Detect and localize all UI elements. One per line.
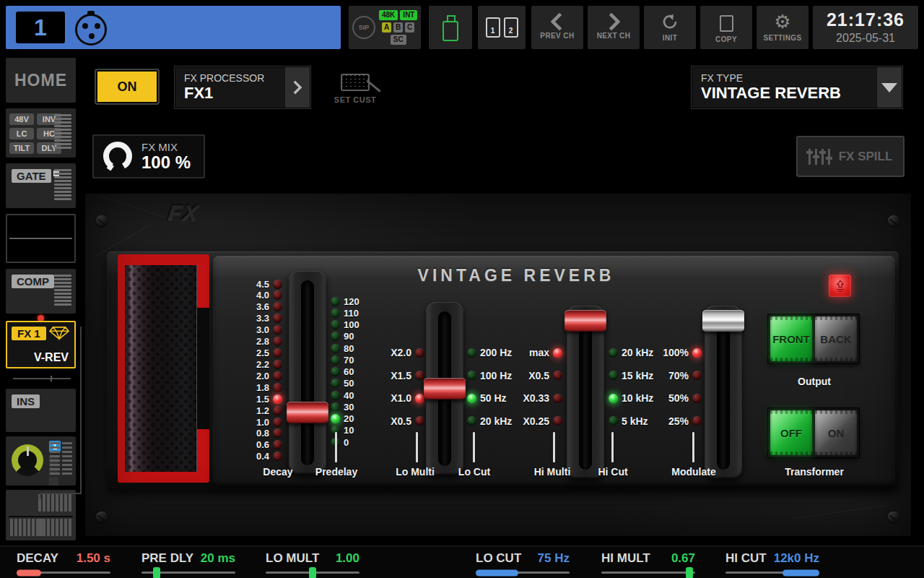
fader-handle[interactable]: [702, 310, 744, 332]
fx-mix-control[interactable]: FX MIX 100 %: [92, 134, 205, 178]
pan-slider[interactable]: [13, 378, 71, 379]
fx-processor-selector[interactable]: FX PROCESSOR FX1: [175, 66, 310, 108]
param-value: 1.50 s: [77, 551, 110, 566]
sidebar-item-home[interactable]: HOME: [6, 58, 76, 103]
fader-handle[interactable]: [565, 310, 606, 332]
set-cust-label: SET CUST: [334, 95, 376, 104]
scale-value: 1.8: [248, 382, 269, 393]
keyboard-edit-icon: [341, 74, 370, 91]
comp-label: COMP: [12, 275, 54, 288]
fx-on-button[interactable]: ON: [96, 70, 158, 103]
param-slider-indicator[interactable]: [17, 569, 41, 576]
top-bar: 1 SIP 48K INT ABC SC 12 PREV CH: [0, 0, 924, 54]
scale-value: 0.8: [248, 428, 269, 439]
scale-row: 5 kHz: [609, 416, 663, 426]
output-button-group: FRONT BACK: [767, 314, 860, 364]
send-knob: [12, 444, 43, 476]
sd-card-icon: 1: [486, 17, 500, 38]
scale-row: X0.25: [520, 416, 562, 426]
usb-status-button[interactable]: [429, 6, 472, 49]
param-slider-indicator[interactable]: [686, 567, 693, 578]
bottom-param-hi-cut: HI CUT12k0 Hz: [725, 551, 819, 576]
modulate-label: Modulate: [671, 466, 715, 478]
sidebar-item-sends[interactable]: 1: [6, 436, 76, 486]
scale-row: max: [520, 348, 562, 358]
settings-button[interactable]: ⚙ SETTINGS: [757, 6, 808, 49]
scene-badge: C: [405, 22, 414, 33]
sidebar-item-gate[interactable]: GATE: [6, 163, 76, 208]
card-slots-button[interactable]: 12: [478, 6, 526, 49]
fader-handle[interactable]: [424, 378, 466, 400]
fader-handle[interactable]: [287, 402, 328, 423]
param-slider[interactable]: [601, 571, 695, 574]
init-button[interactable]: INIT: [644, 6, 696, 49]
sidebar-item-fx1-selected[interactable]: FX 1 V-REV: [6, 321, 76, 368]
lo-fader[interactable]: [426, 302, 463, 475]
param-slider-indicator[interactable]: [783, 569, 819, 576]
lo-multi-label: Lo Multi: [396, 466, 435, 478]
bracket-notch: [197, 308, 209, 429]
chevron-down-icon: [881, 83, 897, 92]
scale-row: 20 kHz: [609, 348, 663, 358]
scale-row: 1.8: [248, 382, 282, 392]
sidebar-item-input[interactable]: 48VINVLCHCTILTDLY: [6, 108, 76, 158]
fx-spill-label: FX SPILL: [839, 150, 893, 164]
scale-value: 70: [344, 355, 365, 366]
set-cust-button[interactable]: SET CUST: [326, 68, 384, 110]
channel-banner[interactable]: 1: [6, 6, 341, 49]
scale-tick: [335, 432, 337, 462]
scale-value: 110: [344, 308, 365, 319]
fx-type-dropdown-button[interactable]: [876, 67, 902, 108]
channel-number: 1: [16, 12, 65, 43]
modulate-fader[interactable]: [705, 306, 742, 479]
hi-fader[interactable]: [567, 306, 604, 479]
scale-row: 4.5: [248, 279, 282, 289]
red-led: [415, 348, 424, 358]
copy-button[interactable]: COPY: [700, 6, 752, 49]
scale-row: 1.2: [248, 405, 282, 415]
usb-icon: [443, 21, 458, 41]
param-slider-indicator[interactable]: [476, 569, 518, 576]
scale-value: 3.0: [248, 324, 269, 335]
prev-channel-button[interactable]: PREV CH: [531, 6, 583, 49]
param-slider-indicator[interactable]: [153, 567, 160, 578]
decay-fader[interactable]: [289, 271, 326, 475]
transformer-on-button[interactable]: ON: [815, 410, 857, 455]
fx-spill-button[interactable]: FX SPILL: [796, 136, 905, 177]
fader-slot: [579, 315, 592, 470]
red-led: [273, 325, 282, 335]
scale-row: 100: [331, 320, 365, 330]
param-slider[interactable]: [266, 571, 359, 574]
sidebar-item-insert[interactable]: INS: [6, 389, 76, 432]
param-label: DECAY: [17, 551, 58, 566]
param-slider-indicator[interactable]: [309, 567, 316, 578]
reverb-plate-graphic: [118, 254, 209, 483]
scale-row: 2.8: [248, 337, 282, 347]
fx-processor-next-button[interactable]: [284, 67, 310, 108]
param-slider[interactable]: [476, 571, 570, 574]
output-front-button[interactable]: FRONT: [770, 316, 812, 361]
param-slider[interactable]: [141, 571, 235, 574]
param-slider[interactable]: [725, 571, 819, 574]
scale-row: X0.5: [385, 416, 424, 426]
hi-multi-label: Hi Multi: [534, 466, 571, 478]
scale-row: 2.0: [248, 371, 282, 381]
sip-indicator: SIP: [352, 16, 375, 39]
transformer-off-button[interactable]: OFF: [770, 410, 812, 455]
fx-type-selector[interactable]: FX TYPE VINTAGE REVERB: [692, 66, 902, 108]
xlr-input-icon: [75, 14, 107, 46]
red-led: [692, 416, 702, 426]
scale-value: X0.25: [520, 415, 549, 427]
param-slider[interactable]: [17, 571, 110, 574]
output-back-button[interactable]: BACK: [815, 316, 857, 361]
scale-row: 110: [331, 308, 365, 318]
scale-value: 4.5: [248, 279, 269, 290]
sidebar-item-comp[interactable]: COMP: [6, 269, 76, 314]
chevron-right-icon: [288, 80, 302, 95]
pan-tick: [51, 376, 52, 381]
red-led: [692, 371, 702, 380]
fader-slot: [301, 280, 314, 465]
sidebar-item-eq[interactable]: [6, 214, 76, 263]
reverb-logo-badge: [829, 275, 851, 297]
next-channel-button[interactable]: NEXT CH: [588, 6, 640, 49]
